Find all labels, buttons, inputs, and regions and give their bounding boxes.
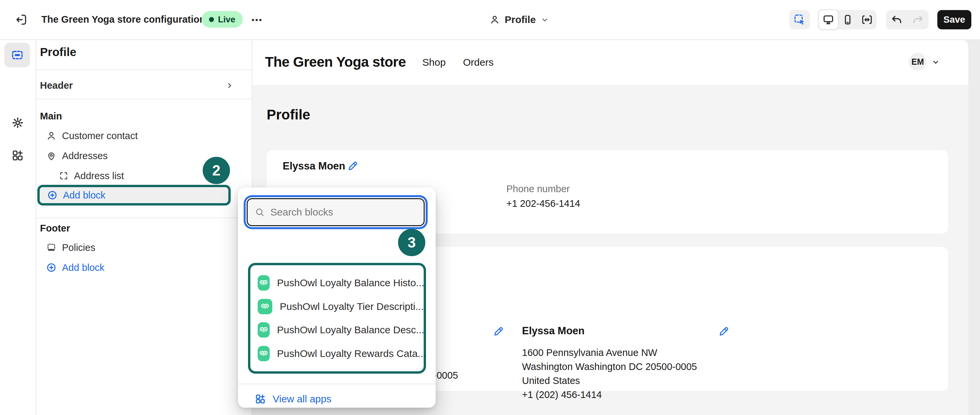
live-dot-icon: [209, 17, 214, 22]
address-name: Elyssa Moen: [522, 325, 585, 337]
app-block-item[interactable]: PushOwl Loyalty Balance Histo...: [250, 275, 424, 290]
page-selector[interactable]: Profile: [489, 11, 549, 28]
pushowl-icon: [258, 299, 272, 314]
apps-icon: [11, 149, 24, 162]
apps-icon: [255, 393, 266, 405]
app-block-item[interactable]: PushOwl Loyalty Rewards Cata...: [250, 346, 424, 361]
add-block-label: Add block: [63, 190, 105, 201]
app-block-label: PushOwl Loyalty Tier Descripti...: [280, 301, 424, 312]
add-block-popup: PushOwl Loyalty Balance Histo... PushOwl…: [238, 187, 436, 408]
mobile-view-button[interactable]: [838, 10, 858, 29]
avatar[interactable]: EM: [908, 53, 927, 71]
device-preview-toggle: [819, 10, 877, 29]
plus-circle-icon: [47, 190, 58, 201]
sidebar-item-address-list[interactable]: Address list: [59, 166, 124, 186]
undo-button[interactable]: [886, 10, 907, 29]
preview-page-title: Profile: [267, 107, 310, 123]
store-nav-shop[interactable]: Shop: [422, 57, 445, 68]
chevron-down-icon[interactable]: [931, 57, 940, 67]
addresses-label: Addresses: [62, 150, 108, 161]
store-header: The Green Yoga store Shop Orders EM: [252, 39, 968, 85]
sidebar-item-header[interactable]: Header: [40, 75, 234, 96]
redo-icon: [912, 14, 924, 26]
sections-panel: Profile Header Main Customer contact Add…: [37, 39, 252, 415]
sidebar-item-add-block-main[interactable]: Add block: [37, 185, 231, 206]
app-block-label: PushOwl Loyalty Balance Histo...: [277, 277, 424, 289]
store-nav-orders[interactable]: Orders: [463, 57, 494, 68]
fullwidth-icon: [861, 14, 873, 26]
edit-icon[interactable]: [493, 326, 504, 337]
redo-button[interactable]: [907, 10, 929, 29]
pushowl-icon: [258, 275, 270, 290]
sidebar-item-policies[interactable]: Policies: [46, 238, 95, 257]
more-options-button[interactable]: [247, 11, 266, 29]
panel-title: Profile: [40, 45, 76, 59]
exit-icon: [15, 13, 28, 26]
store-name[interactable]: The Green Yoga store: [265, 54, 406, 70]
edit-icon[interactable]: [718, 326, 730, 337]
annotation-step-3: 3: [398, 229, 425, 256]
edit-icon[interactable]: [347, 160, 359, 171]
fullwidth-view-button[interactable]: [858, 10, 877, 29]
panel-divider: [37, 99, 252, 99]
pushowl-icon: [258, 346, 270, 361]
overflow-menu-icon: [250, 14, 263, 26]
exit-button[interactable]: [12, 10, 31, 29]
mobile-icon: [842, 14, 854, 26]
app-block-label: PushOwl Loyalty Rewards Cata...: [277, 348, 426, 359]
pushowl-icon: [258, 322, 270, 338]
main-section-label: Main: [40, 111, 62, 122]
footer-section-label: Footer: [40, 223, 70, 234]
editor-rail: [0, 39, 37, 415]
rail-apps-button[interactable]: [8, 146, 27, 165]
app-block-label: PushOwl Loyalty Balance Desc...: [277, 324, 424, 335]
app-blocks-group: PushOwl Loyalty Balance Histo... PushOwl…: [248, 263, 426, 374]
policies-label: Policies: [62, 242, 95, 253]
address-line: 1600 Pennsylvania Avenue NW: [522, 346, 657, 360]
app-block-item[interactable]: PushOwl Loyalty Tier Descripti...: [250, 299, 424, 314]
address-list-label: Address list: [74, 171, 124, 182]
inspector-toggle-button[interactable]: [789, 10, 810, 29]
sidebar-item-addresses[interactable]: Addresses: [46, 146, 108, 166]
search-icon: [255, 207, 265, 217]
plus-circle-icon: [46, 262, 57, 273]
popup-divider: [238, 384, 436, 384]
profile-icon: [489, 14, 500, 25]
address-line: +1 (202) 456-1414: [522, 388, 602, 402]
occluded-address-fragment: -0005: [433, 368, 458, 382]
inspector-icon: [793, 13, 806, 26]
search-blocks-field[interactable]: [247, 198, 425, 226]
rail-sections-button[interactable]: [4, 43, 30, 67]
desktop-icon: [822, 14, 834, 26]
header-item-label: Header: [40, 80, 73, 91]
history-controls: [886, 10, 929, 29]
panel-divider: [37, 217, 252, 218]
undo-icon: [891, 14, 903, 26]
phone-value: +1 202-456-1414: [506, 198, 580, 209]
app-block-item[interactable]: PushOwl Loyalty Balance Desc...: [250, 322, 424, 338]
live-label: Live: [218, 14, 235, 25]
chevron-down-icon: [540, 15, 549, 24]
sidebar-item-customer-contact[interactable]: Customer contact: [46, 126, 138, 146]
view-all-apps-label: View all apps: [273, 393, 331, 405]
panel-divider: [37, 69, 252, 70]
location-icon: [46, 150, 57, 161]
customer-contact-label: Customer contact: [62, 131, 138, 142]
phone-label: Phone number: [506, 184, 570, 195]
sidebar-item-add-block-footer[interactable]: Add block: [46, 257, 104, 278]
annotation-step-2: 2: [203, 157, 230, 184]
footer-add-block-label: Add block: [62, 262, 104, 273]
page-selector-label: Profile: [505, 14, 536, 26]
section-icon: [46, 242, 57, 253]
view-all-apps-link[interactable]: View all apps: [255, 389, 331, 408]
window-title: The Green Yoga store configuration: [41, 14, 205, 25]
save-button[interactable]: Save: [937, 10, 971, 29]
contact-name: Elyssa Moen: [283, 160, 345, 172]
settings-icon: [11, 117, 24, 129]
address-line: United States: [522, 374, 580, 388]
chevron-right-icon: [225, 81, 234, 90]
rail-settings-button[interactable]: [8, 113, 27, 132]
desktop-view-button[interactable]: [819, 10, 838, 29]
search-blocks-input[interactable]: [270, 206, 417, 218]
address-line: Washington Washington DC 20500-0005: [522, 360, 697, 374]
